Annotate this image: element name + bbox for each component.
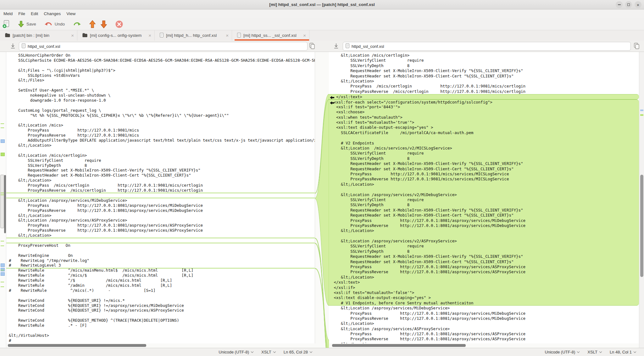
tab-close-icon[interactable]: × — [148, 33, 152, 38]
new-comparison-button[interactable] — [0, 19, 12, 30]
titlebar[interactable]: [mi] httpd_ssl_conf.xsl — [patch] httpd_… — [0, 0, 644, 9]
code-line: &lt;/Location> — [329, 275, 639, 280]
encoding-selector[interactable]: Unicode (UTF-8) — [545, 348, 580, 356]
folder-icon — [82, 33, 87, 38]
right-code-pane[interactable]: &lt;Location /mics/certlogin> SSLVerifyC… — [329, 52, 639, 343]
code-line: <xsl:if test="mutualauth='true'"> — [329, 120, 639, 125]
code-line: &lt;/Location> — [331, 321, 639, 326]
tab-label: [mi] config-s... onfig-system — [90, 33, 145, 38]
push-left-arrow-icon[interactable] — [330, 95, 334, 99]
left-horizontal-scrollbar[interactable] — [7, 344, 314, 347]
code-line: # RewriteLogLevel 3 — [9, 263, 315, 268]
tab-4[interactable]: [mi] httpd_ss... _ssl_conf.xsl× — [235, 30, 309, 41]
close-button[interactable]: × — [635, 1, 641, 8]
undo-button[interactable]: Undo — [42, 20, 67, 29]
code-line: &lt;Location /asproxy/services/MiDebugSe… — [331, 306, 639, 311]
code-line: RewriteCond %{REQUEST_URI} !=/mics.* — [9, 298, 315, 303]
menu-item-changes[interactable]: Changes — [41, 9, 64, 18]
tab-2[interactable]: [mi] config-s... onfig-system× — [80, 30, 155, 41]
code-line: ProxyPassReverse /mics/certlogin http://… — [9, 188, 315, 193]
left-hscroll-thumb[interactable] — [8, 344, 146, 347]
code-line: RewriteEngine On — [9, 253, 315, 258]
cursor-position[interactable]: Ln 65, Col 28 — [284, 348, 312, 356]
right-status-group: Unicode (UTF-8)XSLTLn 48, Col 1 — [329, 348, 636, 356]
push-left-arrow-icon[interactable] — [330, 101, 334, 104]
tab-close-icon[interactable]: × — [303, 33, 307, 38]
encoding-selector[interactable]: Unicode (UTF-8) — [219, 348, 253, 356]
redo-button[interactable] — [70, 20, 84, 29]
code-line: RequestHeader set X-MobileIron-X509-Clie… — [9, 168, 315, 173]
chunk-map-mark — [1, 193, 4, 193]
code-line — [9, 293, 315, 298]
save-button[interactable]: Save — [15, 19, 39, 29]
code-line — [9, 248, 315, 253]
diff-insert-marker[interactable] — [6, 238, 315, 238]
minimize-button[interactable] — [616, 1, 623, 8]
left-filename-field[interactable]: httpd_ssl_conf.xsl — [19, 42, 308, 51]
chunk-map-viewport[interactable] — [0, 175, 4, 228]
left-vertical-scrollbar[interactable] — [4, 175, 6, 233]
diff-insert-marker[interactable] — [6, 243, 315, 243]
menubar: MeldFileEditChangesView — [0, 9, 644, 18]
minimize-icon — [618, 4, 621, 5]
menu-item-meld[interactable]: Meld — [1, 9, 15, 18]
menu-item-file[interactable]: File — [15, 9, 28, 18]
code-line: RewriteRule ^/$ /mics/mics.html [R,L] — [9, 278, 315, 283]
folder-icon — [5, 33, 10, 38]
right-hscroll-thumb[interactable] — [332, 344, 466, 347]
menu-item-view[interactable]: View — [64, 9, 78, 18]
window-controls: × — [616, 1, 641, 8]
code-line: &lt;/Files> — [9, 78, 315, 83]
previous-change-button[interactable] — [87, 19, 98, 30]
chevron-down-icon — [634, 350, 636, 353]
right-filename-field[interactable]: httpd_ssl_conf.xsl — [343, 42, 631, 51]
code-line: SSLCipherSuite ECDHE-RSA-AES256-GCM-SHA3… — [9, 58, 315, 63]
right-scrollbar-thumb[interactable] — [640, 175, 643, 277]
code-line: SSLVerifyDepth 8 — [331, 63, 639, 68]
code-line: ProxyPass http://127.0.0.1:8081/asproxy/… — [9, 203, 315, 208]
cursor-position[interactable]: Ln 48, Col 1 — [610, 348, 636, 356]
encoding-selector-label: Unicode (UTF-8) — [545, 350, 575, 354]
tab-close-icon[interactable]: × — [70, 33, 75, 38]
menu-item-edit[interactable]: Edit — [28, 9, 41, 18]
code-line: </xsl:if> — [329, 285, 639, 290]
code-line: RequestHeader set X-MobileIron-X509-Clie… — [329, 167, 639, 172]
chunk-map-mark — [1, 123, 4, 124]
copy-icon[interactable] — [309, 43, 315, 51]
cursor-position-label: Ln 65, Col 28 — [284, 350, 308, 354]
file-icon — [346, 43, 349, 49]
maximize-button[interactable] — [625, 1, 632, 8]
copy-icon[interactable] — [634, 43, 640, 51]
code-line: ProxyPassReverse http://127.0.0.1:8081/a… — [329, 269, 639, 274]
stop-button[interactable] — [113, 19, 126, 30]
tabbar: [patch] bin : [mi] bin×[mi] config-s... … — [0, 30, 644, 41]
diff-insert-marker[interactable] — [6, 268, 315, 268]
chunk-map-mark — [1, 127, 4, 128]
diff-insert-marker[interactable] — [6, 198, 315, 198]
code-line: ProxyPass http://127.0.0.1:9081/mics/ser… — [329, 172, 639, 177]
code-line: RequestHeader set X-MobileIron-X509-Clie… — [331, 68, 639, 73]
chevron-down-icon — [251, 350, 253, 353]
tab-label: [mi] httpd_ss... _ssl_conf.xsl — [243, 33, 300, 38]
code-line: RequestHeader set X-MobileIron-X509-Clie… — [331, 74, 639, 79]
code-line: "%t %h %{SSL_PROTOCOL}x %{SSL_CIPHER}x \… — [9, 113, 315, 118]
chevron-down-icon — [599, 350, 602, 353]
code-line: SSLVerifyClient require — [9, 158, 315, 163]
code-line — [9, 238, 315, 243]
diff-insert-marker[interactable] — [6, 193, 315, 193]
tab-1[interactable]: [patch] bin : [mi] bin× — [3, 30, 77, 41]
right-scrollbar-track[interactable] — [639, 52, 644, 348]
right-horizontal-scrollbar[interactable] — [330, 344, 638, 347]
syntax-selector-label: XSLT — [587, 350, 597, 354]
next-change-button[interactable] — [98, 19, 109, 30]
code-line: &lt;Location /mics/certlogin> — [331, 53, 639, 58]
diff-link-gutter — [315, 52, 329, 348]
close-icon: × — [637, 3, 640, 7]
code-line — [9, 328, 315, 333]
tab-close-icon[interactable]: × — [225, 33, 229, 38]
syntax-selector[interactable]: XSLT — [261, 348, 275, 356]
syntax-selector[interactable]: XSLT — [587, 348, 602, 356]
tab-3[interactable]: [mi] httpd_h... http_conf.xsl× — [157, 30, 232, 41]
code-line: ProxyPassReverse http://127.0.0.1:8081/a… — [329, 223, 639, 228]
left-code-pane[interactable]: SSLHonorCipherOrder On SSLCipherSuite EC… — [6, 52, 315, 343]
